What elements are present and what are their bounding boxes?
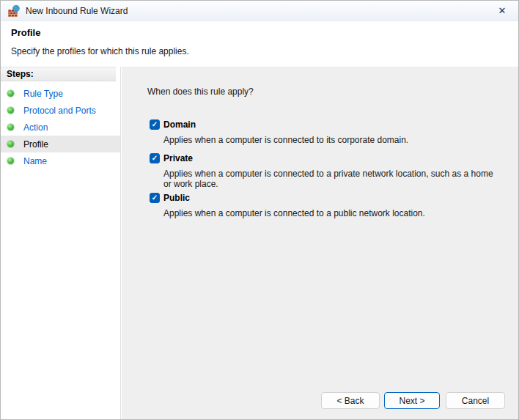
- sidebar-item-protocol-and-ports[interactable]: Protocol and Ports: [1, 102, 120, 119]
- step-bullet-icon: [7, 90, 14, 97]
- profile-option-public: ✓ Public Applies when a computer is conn…: [150, 192, 425, 218]
- check-icon: ✓: [152, 155, 158, 162]
- step-label: Rule Type: [23, 89, 63, 99]
- domain-description: Applies when a computer is connected to …: [163, 135, 408, 145]
- steps-heading: Steps:: [1, 67, 116, 81]
- main-area: Steps: Rule Type Protocol and Ports Acti…: [1, 67, 518, 419]
- private-description: Applies when a computer is connected to …: [163, 169, 493, 189]
- steps-sidebar: Steps: Rule Type Protocol and Ports Acti…: [1, 67, 121, 419]
- firewall-icon: [8, 5, 20, 17]
- step-label: Protocol and Ports: [23, 106, 96, 116]
- public-checkbox[interactable]: ✓: [150, 193, 160, 203]
- private-checkbox[interactable]: ✓: [150, 153, 160, 163]
- close-button[interactable]: ✕: [490, 2, 514, 20]
- page-title: Profile: [11, 27, 40, 38]
- page-subtitle: Specify the profiles for which this rule…: [11, 46, 189, 56]
- step-bullet-icon: [7, 124, 14, 130]
- step-bullet-icon: [7, 107, 14, 114]
- title-bar: New Inbound Rule Wizard ✕: [1, 1, 518, 21]
- private-checkbox-label[interactable]: Private: [163, 153, 193, 163]
- wizard-window: New Inbound Rule Wizard ✕ Profile Specif…: [0, 0, 519, 420]
- profile-option-domain: ✓ Domain Applies when a computer is conn…: [150, 119, 408, 145]
- domain-checkbox-label[interactable]: Domain: [163, 119, 196, 130]
- public-description: Applies when a computer is connected to …: [163, 208, 425, 218]
- close-icon: ✕: [498, 5, 507, 16]
- question-text: When does this rule apply?: [147, 86, 254, 97]
- step-label: Name: [23, 156, 47, 166]
- domain-checkbox[interactable]: ✓: [150, 119, 160, 130]
- step-bullet-icon: [7, 158, 14, 164]
- sidebar-item-name[interactable]: Name: [1, 152, 120, 169]
- next-button[interactable]: Next >: [384, 392, 440, 409]
- sidebar-item-action[interactable]: Action: [1, 119, 120, 136]
- back-button[interactable]: < Back: [321, 392, 380, 409]
- public-checkbox-label[interactable]: Public: [163, 193, 190, 203]
- sidebar-item-profile[interactable]: Profile: [1, 136, 120, 152]
- steps-list: Rule Type Protocol and Ports Action Prof…: [1, 85, 120, 169]
- cancel-button[interactable]: Cancel: [446, 392, 505, 409]
- step-label: Action: [23, 122, 48, 133]
- check-icon: ✓: [152, 194, 158, 202]
- content-panel: When does this rule apply? ✓ Domain Appl…: [122, 67, 518, 419]
- sidebar-item-rule-type[interactable]: Rule Type: [1, 85, 120, 102]
- profile-option-private: ✓ Private Applies when a computer is con…: [150, 152, 493, 189]
- page-header: Profile Specify the profiles for which t…: [1, 22, 518, 67]
- step-bullet-icon: [7, 141, 14, 147]
- check-icon: ✓: [152, 121, 158, 128]
- window-title: New Inbound Rule Wizard: [26, 6, 128, 16]
- step-label: Profile: [23, 139, 48, 150]
